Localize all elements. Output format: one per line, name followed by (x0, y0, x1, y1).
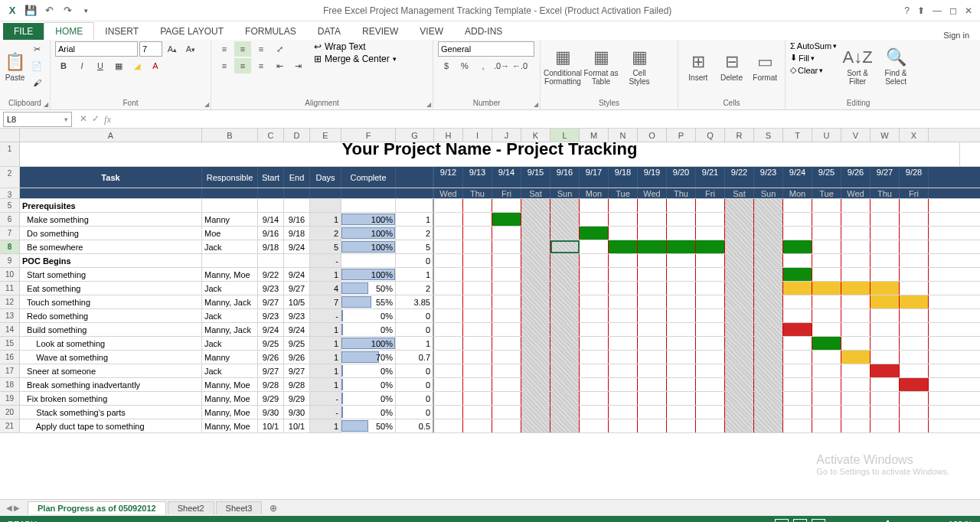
align-right-icon[interactable]: ≡ (253, 58, 270, 73)
cell-days[interactable] (310, 199, 341, 212)
gantt-cell[interactable] (463, 419, 492, 432)
tab-nav-prev-icon[interactable]: ◀ (6, 504, 12, 512)
grow-font-icon[interactable]: A▴ (164, 41, 181, 57)
gantt-cell[interactable] (725, 199, 754, 212)
gantt-cell[interactable] (696, 254, 725, 267)
cell-start[interactable]: 9/14 (258, 213, 284, 226)
gantt-cell[interactable] (841, 227, 871, 240)
gantt-cell[interactable] (900, 378, 929, 391)
gantt-cell[interactable] (667, 309, 696, 322)
gantt-cell[interactable] (580, 406, 609, 419)
gantt-cell[interactable] (696, 295, 725, 308)
gantt-cell[interactable] (725, 227, 754, 240)
gantt-cell[interactable] (434, 378, 463, 391)
gantt-cell[interactable] (696, 378, 725, 391)
gantt-cell[interactable] (580, 268, 609, 281)
gantt-cell[interactable] (609, 295, 638, 308)
gantt-cell[interactable] (638, 323, 667, 336)
gantt-cell[interactable] (638, 419, 667, 432)
gantt-cell[interactable] (667, 268, 696, 281)
gantt-cell[interactable] (463, 213, 492, 226)
row-header-5[interactable]: 5 (0, 199, 20, 212)
sort-filter-button[interactable]: A↓ZSort & Filter (840, 41, 875, 92)
gantt-cell[interactable] (609, 351, 638, 364)
gantt-cell[interactable] (754, 309, 783, 322)
worksheet-grid[interactable]: 1Your Project Name - Project Tracking2Ta… (0, 142, 980, 499)
gantt-cell[interactable] (696, 323, 725, 336)
gantt-cell[interactable] (609, 364, 638, 377)
gantt-cell[interactable] (463, 351, 492, 364)
gantt-cell[interactable] (754, 419, 783, 432)
gantt-cell[interactable] (463, 199, 492, 212)
percent-icon[interactable]: % (456, 58, 473, 73)
cell-days[interactable]: - (310, 392, 341, 405)
cell-end[interactable]: 9/30 (284, 406, 310, 419)
gantt-cell[interactable] (550, 378, 580, 391)
col-header-G[interactable]: G (396, 129, 434, 142)
cell-start[interactable]: 9/30 (258, 406, 284, 419)
gantt-cell[interactable] (492, 378, 521, 391)
font-name-combo[interactable] (55, 41, 138, 57)
gantt-cell[interactable] (463, 268, 492, 281)
number-launcher-icon[interactable]: ◢ (534, 101, 538, 108)
cell-task[interactable]: Eat something (20, 282, 202, 295)
format-painter-icon[interactable]: 🖌 (28, 75, 45, 90)
gantt-cell[interactable] (521, 419, 550, 432)
clear-button[interactable]: ◇ Clear ▾ (790, 65, 837, 75)
font-launcher-icon[interactable]: ◢ (204, 101, 209, 108)
gantt-cell[interactable] (609, 227, 638, 240)
tab-data[interactable]: DATA (307, 23, 351, 40)
gantt-cell[interactable] (550, 337, 580, 350)
gantt-cell[interactable] (492, 309, 521, 322)
sheet-tab-2[interactable]: Sheet2 (168, 501, 214, 514)
gantt-cell[interactable] (783, 254, 812, 267)
gantt-cell[interactable] (900, 240, 929, 253)
gantt-cell[interactable] (900, 309, 929, 322)
border-icon[interactable]: ▦ (110, 58, 127, 73)
gantt-cell[interactable] (841, 351, 871, 364)
cell-days[interactable]: 1 (310, 268, 341, 281)
gantt-cell[interactable] (580, 309, 609, 322)
gantt-cell[interactable] (725, 295, 754, 308)
gantt-cell[interactable] (434, 227, 463, 240)
cell-start[interactable]: 9/16 (258, 227, 284, 240)
gantt-cell[interactable] (463, 406, 492, 419)
tab-file[interactable]: FILE (3, 23, 44, 40)
cell-start[interactable]: 9/26 (258, 351, 284, 364)
cell-task[interactable]: Apply duct tape to something (20, 419, 202, 432)
cell-complete[interactable] (341, 254, 396, 267)
gantt-cell[interactable] (434, 199, 463, 212)
cell-complete[interactable]: 50% (341, 419, 396, 432)
gantt-cell[interactable] (667, 351, 696, 364)
gantt-cell[interactable] (871, 309, 900, 322)
cell-days[interactable]: - (310, 406, 341, 419)
gantt-cell[interactable] (638, 378, 667, 391)
fill-color-icon[interactable]: ◢ (129, 58, 145, 73)
col-header-F[interactable]: F (341, 129, 396, 142)
gantt-cell[interactable]: ▾ (550, 240, 580, 253)
cell-complete[interactable]: 0% (341, 378, 396, 391)
gantt-cell[interactable] (812, 406, 841, 419)
cell-complete[interactable]: 0% (341, 323, 396, 336)
gantt-cell[interactable] (463, 392, 492, 405)
gantt-cell[interactable] (434, 323, 463, 336)
tab-nav-next-icon[interactable]: ▶ (14, 504, 20, 512)
gantt-cell[interactable] (434, 406, 463, 419)
cell-days[interactable]: 1 (310, 419, 341, 432)
gantt-cell[interactable] (812, 323, 841, 336)
gantt-cell[interactable] (725, 392, 754, 405)
cell-g[interactable]: 0 (396, 309, 434, 322)
gantt-cell[interactable] (580, 282, 609, 295)
col-header-D[interactable]: D (284, 129, 310, 142)
gantt-cell[interactable] (696, 392, 725, 405)
col-header-X[interactable]: X (900, 129, 929, 142)
cell-resp[interactable]: Jack (202, 240, 258, 253)
gantt-cell[interactable] (871, 337, 900, 350)
gantt-cell[interactable] (783, 419, 812, 432)
gantt-cell[interactable] (521, 364, 550, 377)
gantt-cell[interactable] (550, 419, 580, 432)
col-header-T[interactable]: T (783, 129, 812, 142)
bold-button[interactable]: B (55, 58, 72, 73)
gantt-cell[interactable] (754, 295, 783, 308)
col-header-V[interactable]: V (841, 129, 871, 142)
